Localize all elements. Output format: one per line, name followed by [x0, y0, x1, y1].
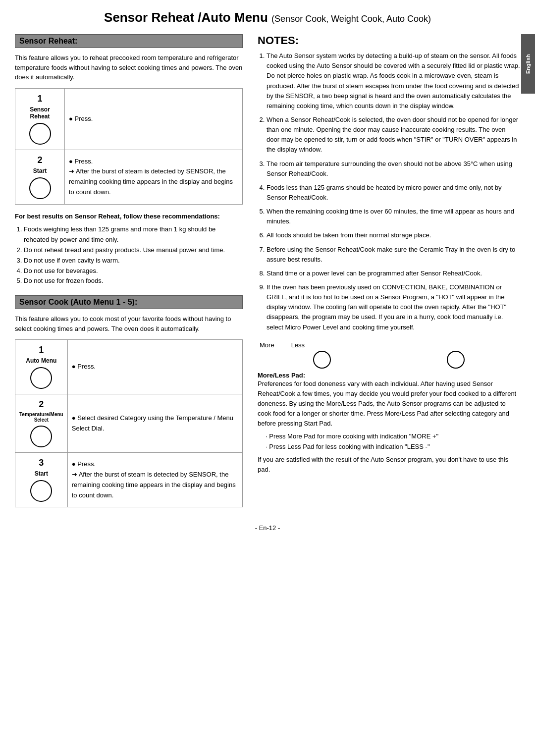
step-2-num-cell: 2 Start — [15, 150, 65, 204]
more-label: More — [260, 341, 274, 349]
notes-section: NOTES: The Auto Sensor system works by d… — [258, 34, 520, 332]
title-subtitle: (Sensor Cook, Weight Cook, Auto Cook) — [271, 14, 431, 24]
recommendations-section: For best results on Sensor Reheat, follo… — [15, 212, 243, 287]
sensor-cook-desc: This feature allows you to cook most of … — [15, 314, 243, 333]
cook-step-1-number: 1 — [19, 345, 63, 355]
cook-step-1-content: ● Press. — [67, 340, 242, 394]
step-2-number: 2 — [19, 155, 60, 165]
notes-title: NOTES: — [258, 34, 520, 47]
step-1-content: ● Press. — [65, 88, 243, 150]
list-item: Foods weighing less than 125 grams and m… — [24, 224, 243, 245]
step-1-label: Sensor Reheat — [19, 106, 60, 120]
less-dial — [447, 351, 465, 369]
list-item: Do not use for frozen foods. — [24, 276, 243, 286]
sensor-cook-header: Sensor Cook (Auto Menu 1 - 5): — [15, 295, 243, 309]
table-row: 1 Sensor Reheat ● Press. — [15, 88, 243, 150]
press-less-text: · Press Less Pad for less cooking with i… — [266, 442, 520, 452]
sensor-cook-section: Sensor Cook (Auto Menu 1 - 5): This feat… — [15, 295, 243, 507]
more-less-header: More/Less Pad: — [258, 372, 520, 379]
step-1-number: 1 — [19, 94, 60, 104]
press-less-content: Press Less Pad for less cooking with ind… — [269, 443, 429, 450]
cook-step-3-label: Start — [19, 470, 63, 477]
cook-step-3-number: 3 — [19, 458, 63, 468]
list-item: If the oven has been previously used on … — [267, 282, 520, 332]
cook-step-3-arrow: After the burst of steam is detected by … — [72, 471, 236, 499]
more-less-labels: More Less — [260, 341, 520, 349]
table-row: 3 Start ● Press. After the burst of stea… — [15, 453, 243, 507]
satisfied-text: If you are satisfied with the result of … — [258, 455, 520, 475]
less-label: Less — [291, 341, 305, 349]
list-item: Stand time or a power level can be progr… — [267, 269, 520, 278]
step-2-arrow: After the burst of steam is detected by … — [69, 167, 233, 196]
list-item: Do not use for beverages. — [24, 266, 243, 276]
list-item: When a Sensor Reheat/Cook is selected, t… — [267, 115, 520, 155]
more-less-dials — [258, 351, 520, 369]
cook-step-1-bullet: Press. — [77, 363, 96, 370]
cook-step-1-label: Auto Menu — [19, 357, 63, 364]
list-item: Do not reheat bread and pastry products.… — [24, 245, 243, 256]
list-item: All foods should be taken from their nor… — [267, 230, 520, 240]
press-more-text: · Press More Pad for more cooking with i… — [266, 432, 520, 441]
cook-step-3-dial — [30, 480, 52, 502]
english-tab: English — [521, 34, 535, 94]
step-2-dial — [29, 177, 51, 199]
sensor-cook-steps: 1 Auto Menu ● Press. 2 Temperature/Menu … — [15, 339, 243, 507]
sensor-reheat-section: Sensor Reheat: This feature allows you t… — [15, 34, 243, 286]
step-2-content: ● Press. After the burst of steam is det… — [65, 150, 243, 204]
sensor-reheat-steps: 1 Sensor Reheat ● Press. 2 Start — [15, 88, 243, 205]
list-item: The room air temperature surrounding the… — [267, 159, 520, 179]
cook-step-2-bullet: Select desired Category using the Temper… — [72, 414, 233, 432]
page-title: Sensor Reheat /Auto Menu (Sensor Cook, W… — [15, 10, 520, 25]
step-1-dial — [29, 123, 51, 145]
cook-step-1-num-cell: 1 Auto Menu — [15, 340, 68, 394]
right-column: English NOTES: The Auto Sensor system wo… — [258, 34, 520, 514]
left-column: Sensor Reheat: This feature allows you t… — [15, 34, 243, 514]
table-row: 2 Temperature/Menu Select ● Select desir… — [15, 394, 243, 453]
list-item: Before using the Sensor Reheat/Cook make… — [267, 245, 520, 265]
table-row: 1 Auto Menu ● Press. — [15, 340, 243, 394]
cook-step-2-content: ● Select desired Category using the Temp… — [67, 394, 242, 453]
sensor-reheat-header: Sensor Reheat: — [15, 34, 243, 48]
list-item: When the remaining cooking time is over … — [267, 207, 520, 226]
cook-step-2-number: 2 — [19, 399, 63, 410]
table-row: 2 Start ● Press. After the burst of stea… — [15, 150, 243, 204]
recommendations-header: For best results on Sensor Reheat, follo… — [15, 212, 243, 222]
more-less-section: More Less More/Less Pad: Preferences for… — [258, 341, 520, 475]
more-less-desc: Preferences for food doneness vary with … — [258, 379, 520, 429]
step-1-bullet: Press. — [74, 115, 93, 122]
recommendations-list: Foods weighing less than 125 grams and m… — [24, 224, 243, 286]
title-main: Sensor Reheat /Auto Menu — [104, 10, 268, 25]
press-more-content: Press More Pad for more cooking with ind… — [269, 432, 438, 440]
cook-step-3-content: ● Press. After the burst of steam is det… — [67, 453, 242, 507]
list-item: The Auto Sensor system works by detectin… — [267, 51, 520, 111]
step-2-label: Start — [19, 167, 60, 174]
sensor-reheat-desc: This feature allows you to reheat precoo… — [15, 53, 243, 82]
cook-step-3-bullet: Press. — [77, 460, 96, 468]
cook-step-3-num-cell: 3 Start — [15, 453, 68, 507]
cook-step-2-label: Temperature/Menu Select — [19, 412, 63, 423]
notes-list: The Auto Sensor system works by detectin… — [258, 51, 520, 332]
list-item: Foods less than 125 grams should be heat… — [267, 183, 520, 203]
more-dial — [313, 351, 331, 369]
cook-step-1-dial — [30, 367, 52, 389]
list-item: Do not use if oven cavity is warm. — [24, 256, 243, 266]
page-footer: - En-12 - — [15, 524, 520, 532]
cook-step-2-dial — [30, 426, 52, 447]
step-1-num-cell: 1 Sensor Reheat — [15, 88, 65, 150]
step-2-bullet: Press. — [74, 158, 93, 165]
cook-step-2-num-cell: 2 Temperature/Menu Select — [15, 394, 68, 453]
